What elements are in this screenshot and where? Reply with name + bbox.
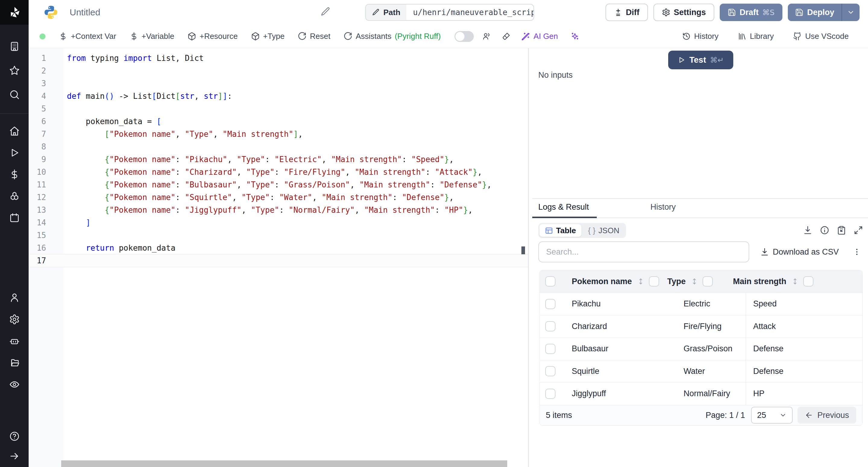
- preview-panel: Test ⌘↵ No inputs Logs & Result History …: [532, 48, 868, 467]
- code-line[interactable]: 1from typing import List, Dict: [29, 52, 528, 64]
- sidebar-item-help[interactable]: [0, 426, 29, 447]
- library-button[interactable]: Library: [738, 32, 774, 41]
- add-variable-label: +Variable: [142, 32, 175, 41]
- test-button[interactable]: Test ⌘↵: [668, 51, 733, 69]
- row-checkbox[interactable]: [545, 321, 555, 332]
- code-line[interactable]: 7 ["Pokemon name", "Type", "Main strengt…: [29, 128, 528, 141]
- items-count: 5 items: [546, 411, 572, 420]
- code-editor[interactable]: 1from typing import List, Dict234def mai…: [29, 48, 528, 467]
- add-type-button[interactable]: +Type: [251, 32, 285, 41]
- sidebar-item-search[interactable]: [0, 84, 29, 105]
- tab-logs-result[interactable]: Logs & Result: [538, 203, 589, 212]
- row-checkbox[interactable]: [545, 366, 555, 376]
- sidebar-item-users[interactable]: [0, 287, 29, 309]
- reset-button[interactable]: Reset: [298, 32, 330, 41]
- download-csv-button[interactable]: Download as CSV: [760, 247, 839, 257]
- code-line[interactable]: 12 {"Pokemon name": "Squirtle", "Type": …: [29, 191, 528, 204]
- code-line[interactable]: 16 return pokemon_data: [29, 242, 528, 254]
- python-language-icon: [43, 4, 59, 20]
- sidebar-item-workers[interactable]: [0, 330, 29, 352]
- table-row[interactable]: PikachuElectricSpeed: [540, 292, 862, 315]
- info-icon[interactable]: [820, 225, 830, 235]
- code-line[interactable]: 8: [29, 141, 528, 153]
- sidebar-item-resources[interactable]: [0, 185, 29, 207]
- panel-splitter-vertical[interactable]: [528, 48, 529, 467]
- table-menu-button[interactable]: [852, 247, 861, 256]
- sidebar-item-audit[interactable]: [0, 374, 29, 395]
- history-button[interactable]: History: [682, 32, 718, 41]
- expand-icon[interactable]: [854, 225, 863, 235]
- code-line[interactable]: 13 {"Pokemon name": "Jigglypuff", "Type"…: [29, 204, 528, 216]
- ai-gen-button[interactable]: AI Gen: [521, 32, 558, 41]
- select-all-checkbox[interactable]: [545, 276, 555, 286]
- gear-icon: [662, 8, 670, 17]
- code-line[interactable]: 6 pokemon_data = [: [29, 115, 528, 128]
- sidebar-item-runs[interactable]: [0, 142, 29, 164]
- code-line[interactable]: 3: [29, 77, 528, 90]
- view-json-button[interactable]: { } JSON: [583, 224, 625, 237]
- table-row[interactable]: BulbasaurGrass/PoisonDefense: [540, 337, 862, 360]
- windmill-logo[interactable]: [0, 0, 29, 25]
- settings-button[interactable]: Settings: [653, 4, 715, 21]
- table-row[interactable]: CharizardFire/FlyingAttack: [540, 315, 862, 338]
- column-toggle[interactable]: [803, 276, 813, 286]
- collaborators-button[interactable]: [482, 32, 491, 41]
- table-cell: Water: [679, 360, 746, 383]
- kebab-icon: [852, 247, 861, 256]
- path-widget[interactable]: Path u/henri/maneuverable_script: [365, 4, 534, 21]
- row-checkbox[interactable]: [545, 299, 555, 309]
- clipboard-copy-icon[interactable]: [837, 225, 846, 235]
- deploy-button[interactable]: Deploy: [788, 4, 841, 21]
- page-size-select[interactable]: 25: [751, 407, 793, 424]
- view-table-button[interactable]: Table: [539, 224, 581, 237]
- previous-page-button[interactable]: Previous: [798, 407, 856, 424]
- settings-label: Settings: [674, 8, 706, 17]
- download-icon[interactable]: [803, 225, 812, 235]
- sidebar-item-schedules[interactable]: [0, 207, 29, 229]
- sort-icon[interactable]: [637, 278, 645, 285]
- code-line[interactable]: 10 {"Pokemon name": "Charizard", "Type":…: [29, 166, 528, 178]
- sidebar-item-favorites[interactable]: [0, 60, 29, 81]
- sidebar-item-folders[interactable]: [0, 352, 29, 374]
- table-row[interactable]: JigglypuffNormal/FairyHP: [540, 382, 862, 405]
- assistants-button[interactable]: Assistants (Pyright Ruff): [344, 32, 441, 41]
- sidebar-collapse-button[interactable]: [0, 447, 29, 465]
- code-line[interactable]: 17: [29, 254, 528, 267]
- sidebar-divider: [0, 113, 29, 114]
- code-line[interactable]: 15: [29, 229, 528, 242]
- sidebar-item-workspace[interactable]: [0, 36, 29, 57]
- gear-icon: [9, 314, 20, 325]
- column-header-main-strength: Main strength: [733, 277, 786, 286]
- edit-summary-button[interactable]: [320, 7, 331, 17]
- add-variable-button[interactable]: +Variable: [130, 32, 175, 41]
- code-line[interactable]: 4def main() -> List[Dict[str, str]]:: [29, 90, 528, 102]
- code-line[interactable]: 9 {"Pokemon name": "Pikachu", "Type": "E…: [29, 153, 528, 166]
- row-checkbox[interactable]: [545, 344, 555, 354]
- sidebar-item-home[interactable]: [0, 120, 29, 142]
- diff-button[interactable]: Diff: [606, 4, 648, 21]
- row-checkbox[interactable]: [545, 389, 555, 399]
- format-button[interactable]: [502, 32, 510, 41]
- add-resource-button[interactable]: +Resource: [187, 32, 238, 41]
- add-context-var-button[interactable]: +Context Var: [59, 32, 116, 41]
- column-toggle[interactable]: [703, 276, 713, 286]
- sort-icon[interactable]: [690, 278, 698, 285]
- wand-icon: [521, 32, 530, 41]
- code-line[interactable]: 5: [29, 102, 528, 115]
- code-line[interactable]: 14 ]: [29, 216, 528, 229]
- code-line[interactable]: 11 {"Pokemon name": "Bulbasaur", "Type":…: [29, 178, 528, 191]
- sort-icon[interactable]: [791, 278, 799, 285]
- multiplayer-toggle[interactable]: [455, 31, 474, 42]
- deploy-menu-button[interactable]: [842, 4, 860, 21]
- search-input[interactable]: [538, 241, 749, 262]
- sidebar-item-settings[interactable]: [0, 309, 29, 330]
- ai-sparkles-button[interactable]: [570, 32, 579, 41]
- column-toggle[interactable]: [649, 276, 659, 286]
- table-row[interactable]: SquirtleWaterDefense: [540, 360, 862, 383]
- draft-button[interactable]: Draft ⌘S: [720, 4, 782, 21]
- tab-history[interactable]: History: [650, 203, 676, 212]
- code-line[interactable]: 2: [29, 64, 528, 77]
- sidebar-item-variables[interactable]: [0, 164, 29, 185]
- use-vscode-button[interactable]: Use VScode: [793, 32, 849, 41]
- horizontal-scrollbar[interactable]: [61, 460, 507, 467]
